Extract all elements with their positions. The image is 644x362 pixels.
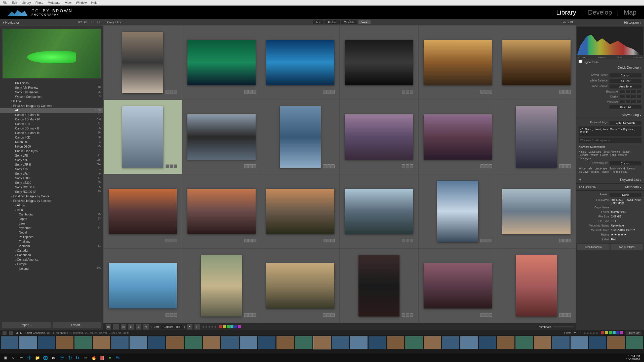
badge-icon[interactable] [323, 239, 327, 242]
badge-icon[interactable] [248, 90, 252, 94]
badge-icon[interactable] [485, 90, 488, 94]
filmstrip-thumb[interactable] [130, 336, 147, 349]
keyword-set-item[interactable]: Winter [579, 167, 586, 170]
folder-row[interactable]: Wacom Companion3 [0, 95, 103, 99]
grid-cell[interactable] [419, 100, 497, 174]
clarity-steppers[interactable] [620, 95, 641, 99]
folder-row[interactable]: Thailand [0, 239, 103, 244]
filmstrip-thumbs[interactable] [0, 335, 644, 353]
grid-cell[interactable] [182, 249, 261, 323]
badge-icon[interactable] [252, 313, 256, 317]
nav-fwd-icon[interactable]: ▶ [20, 331, 22, 335]
taskbar-app-icon[interactable]: ▭ [18, 354, 25, 361]
filmstrip-thumb[interactable] [534, 336, 551, 349]
thumbnail[interactable] [122, 106, 163, 168]
badge-icon[interactable] [480, 90, 484, 94]
thumbnail[interactable] [502, 189, 571, 234]
menu-photo[interactable]: Photo [35, 1, 43, 5]
metadata-header[interactable]: EXIF and IPTCMetadata ◂ [576, 184, 644, 191]
grid-cell[interactable] [261, 100, 339, 174]
badge-icon[interactable] [327, 313, 331, 317]
sort-value[interactable]: Capture Time [162, 325, 182, 329]
color-label[interactable] [227, 325, 230, 328]
export-button[interactable]: Export... [53, 322, 101, 328]
wb-select[interactable]: As Shot [610, 79, 641, 83]
nav-fill[interactable]: FILL [84, 21, 89, 24]
badge-icon[interactable] [559, 90, 563, 94]
filmstrip-thumb[interactable] [19, 336, 37, 349]
badge-icon[interactable] [489, 90, 492, 94]
thumbnail[interactable] [266, 263, 334, 309]
taskbar-app-icon[interactable]: Ps [114, 354, 122, 361]
filmstrip-thumb[interactable] [185, 336, 202, 349]
nav-fit[interactable]: FIT [78, 21, 82, 24]
folder-row[interactable]: Nikon D80025 [0, 144, 103, 149]
folder-row[interactable]: Canon 1Dx82 [0, 122, 103, 126]
breadcrumb[interactable]: Smart Collection : All [25, 331, 50, 334]
navigator-header[interactable]: ▾ Navigator FIT FILL 1:1 1:2 [0, 19, 103, 26]
thumbnail[interactable] [266, 189, 334, 234]
menu-edit[interactable]: Edit [12, 1, 17, 5]
grid-cell[interactable] [419, 26, 497, 100]
badge-icon[interactable] [410, 90, 413, 94]
fs-filters-off[interactable]: Filters Off [626, 331, 641, 335]
keyword-text[interactable]: a7r, Gecko, Hawaii, Kona, Macro, The Big… [579, 126, 641, 137]
folder-row[interactable]: Canon 40D66 [0, 135, 103, 140]
badge-icon[interactable] [563, 313, 567, 317]
thumbnail[interactable] [437, 181, 478, 242]
grid-cell[interactable] [182, 26, 261, 100]
badge-icon[interactable] [166, 90, 169, 94]
main-window-icon[interactable] [3, 331, 7, 335]
badge-icon[interactable] [410, 239, 413, 242]
grid-cell[interactable] [497, 249, 576, 323]
grid-cell[interactable] [497, 100, 576, 174]
badge-icon[interactable] [489, 164, 492, 168]
badge-icon[interactable] [485, 164, 488, 168]
keyword-suggestion[interactable]: Nature [579, 150, 586, 153]
badge-icon[interactable] [170, 239, 173, 242]
badge-icon[interactable] [244, 164, 248, 168]
filmstrip-thumb[interactable] [552, 336, 570, 349]
folder-row[interactable]: Sony a630035 [0, 180, 103, 185]
keyword-set-item[interactable]: Landscape [594, 167, 607, 170]
badge-icon[interactable] [244, 239, 248, 242]
menu-metadata[interactable]: Metadata [48, 1, 60, 5]
filmstrip-thumb[interactable] [626, 336, 643, 349]
keyword-suggestion[interactable]: Winter [590, 154, 598, 156]
grid-cell[interactable] [340, 26, 418, 100]
folder-row[interactable]: Sony Fall Images25 [0, 90, 103, 95]
folder-row[interactable]: Finalized Images by Camera [0, 104, 103, 108]
color-label[interactable] [223, 325, 226, 328]
filmstrip-thumb[interactable] [497, 336, 514, 349]
folder-row[interactable]: Cambodia15 [0, 212, 103, 217]
second-window-icon[interactable] [9, 331, 13, 335]
folder-row[interactable]: All1148 [0, 108, 103, 113]
nav-back-icon[interactable]: ◀ [16, 331, 18, 335]
badge-icon[interactable] [485, 239, 488, 242]
keyword-set-item[interactable]: a7r [588, 167, 592, 170]
grid-cell[interactable] [104, 249, 182, 323]
color-label[interactable] [616, 331, 619, 334]
badge-icon[interactable] [174, 313, 177, 317]
fs-flag-icon[interactable]: ⚑ [574, 331, 576, 335]
keywordlist-header[interactable]: +Keyword List ◂ [576, 176, 644, 184]
painter-icon[interactable]: ✎ [143, 324, 149, 330]
keyword-set[interactable]: Custom [610, 161, 641, 165]
thumbnail[interactable] [187, 40, 256, 85]
thumbnail[interactable] [358, 255, 399, 317]
grid-cell[interactable] [419, 249, 497, 323]
thumbnail[interactable] [280, 106, 321, 168]
badge-icon[interactable] [244, 90, 248, 94]
flag-reject-icon[interactable]: ⚐ [194, 324, 200, 330]
folder-row[interactable]: Sony a7II21 [0, 153, 103, 158]
folder-row[interactable]: FB Live [0, 99, 103, 104]
grid-cell[interactable] [261, 174, 339, 248]
thumbnail[interactable] [502, 40, 571, 85]
keyword-suggestion[interactable]: Flower [600, 154, 608, 156]
thumbnail[interactable] [424, 40, 492, 85]
filmstrip-thumb[interactable] [607, 336, 625, 349]
thumbnail[interactable] [109, 263, 177, 309]
menu-file[interactable]: File [3, 1, 7, 5]
color-label[interactable] [609, 331, 612, 334]
folder-row[interactable]: Africa [0, 203, 103, 208]
